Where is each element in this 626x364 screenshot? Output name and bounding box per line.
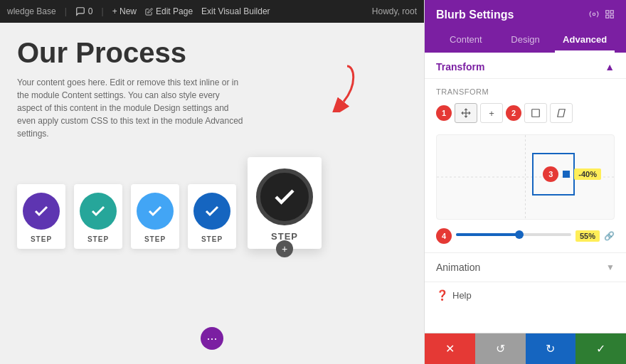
badge-3: 3 xyxy=(543,166,558,182)
tool-scale-button[interactable] xyxy=(524,103,547,123)
step-circle-2 xyxy=(80,193,117,230)
svg-point-1 xyxy=(593,13,595,16)
edit-page-label: Edit Page xyxy=(156,6,193,16)
save-button[interactable]: ✓ xyxy=(575,333,626,364)
step-label-2: STEP xyxy=(87,235,109,243)
edit-page-link[interactable]: Edit Page xyxy=(145,6,193,16)
svg-rect-3 xyxy=(610,10,613,13)
svg-rect-5 xyxy=(610,15,613,18)
comment-icon[interactable]: 0 xyxy=(75,6,93,16)
step-card-2[interactable]: STEP xyxy=(74,184,122,249)
help-label[interactable]: Help xyxy=(452,290,472,301)
brand-name: wledge Base xyxy=(7,6,56,16)
settings-title-row: Blurb Settings xyxy=(436,9,615,21)
action-bar: ✕ ↺ ↻ ✓ xyxy=(425,333,626,364)
bottom-add-button[interactable]: ··· xyxy=(201,327,223,350)
svg-rect-8 xyxy=(532,109,540,117)
badge-3-container: 3 -40% xyxy=(543,166,601,182)
comment-count: 0 xyxy=(88,6,93,16)
right-panel: Blurb Settings Content Design Advanced T… xyxy=(424,0,626,364)
badge-2: 2 xyxy=(506,105,521,121)
tool-move-button[interactable] xyxy=(455,103,477,123)
cancel-icon: ✕ xyxy=(445,342,455,355)
tool-skew-button[interactable] xyxy=(550,103,573,123)
redo-icon: ↻ xyxy=(546,342,555,355)
step-circle-1 xyxy=(23,193,60,230)
step-circle-4 xyxy=(193,193,230,230)
bottom-add-area: ··· xyxy=(201,327,223,350)
step-card-3[interactable]: STEP xyxy=(131,184,179,249)
slider-row-2 xyxy=(456,233,571,236)
cancel-button[interactable]: ✕ xyxy=(425,333,475,364)
step-label-3: STEP xyxy=(144,235,166,243)
save-icon: ✓ xyxy=(596,342,605,355)
featured-step-card[interactable]: STEP + xyxy=(248,157,322,249)
value-tooltip-1: -40% xyxy=(574,168,601,180)
steps-row: STEP STEP STEP STEP xyxy=(17,157,407,249)
badge-4-row: 4 55% 🔗 xyxy=(436,228,615,244)
animation-title: Animation xyxy=(436,262,480,273)
step-circle-3 xyxy=(137,193,174,230)
slider-fill-2 xyxy=(456,233,519,236)
help-icon: ❓ xyxy=(436,289,448,301)
page-content: Our Process Your content goes here. Edit… xyxy=(0,23,424,364)
svg-rect-2 xyxy=(606,10,609,13)
settings-grid-icon[interactable] xyxy=(605,9,615,21)
transform-canvas: 3 -40% xyxy=(436,134,615,220)
exit-visual-builder-link[interactable]: Exit Visual Builder xyxy=(201,6,270,16)
new-button[interactable]: + New xyxy=(112,6,137,16)
featured-add-button[interactable]: + xyxy=(276,240,293,257)
tool-add-button[interactable]: + xyxy=(480,103,503,123)
settings-body: Transform ▲ Transform 1 + 2 xyxy=(425,53,626,333)
settings-title: Blurb Settings xyxy=(436,9,514,21)
badge-4: 4 xyxy=(436,228,452,244)
transform-section-header: Transform ▲ xyxy=(425,53,626,79)
transform-label: Transform xyxy=(436,87,615,96)
step-label-1: STEP xyxy=(31,235,52,243)
left-panel: wledge Base | 0 | + New Edit Page Exit V… xyxy=(0,0,424,364)
settings-refresh-icon[interactable] xyxy=(589,9,599,21)
page-description: Your content goes here. Edit or remove t… xyxy=(17,76,245,140)
step-card-4[interactable]: STEP xyxy=(188,184,236,249)
howdy-text: Howdy, root xyxy=(372,6,417,16)
undo-button[interactable]: ↺ xyxy=(475,333,526,364)
tab-advanced[interactable]: Advanced xyxy=(555,28,615,53)
slider-dot-1[interactable] xyxy=(563,171,570,178)
tab-design[interactable]: Design xyxy=(496,28,556,53)
transform-collapse-button[interactable]: ▲ xyxy=(605,61,615,73)
slider-link-icon[interactable]: 🔗 xyxy=(604,231,615,241)
svg-rect-4 xyxy=(606,15,609,18)
transform-section-title: Transform xyxy=(436,61,484,73)
topbar: wledge Base | 0 | + New Edit Page Exit V… xyxy=(0,0,424,23)
undo-icon: ↺ xyxy=(496,342,505,355)
value-tooltip-2: 55% xyxy=(575,230,600,242)
step-card-1[interactable]: STEP xyxy=(17,184,65,249)
transform-section: Transform ▲ Transform 1 + 2 xyxy=(425,53,626,252)
header-icons xyxy=(589,9,615,21)
transform-section-content: Transform 1 + 2 xyxy=(425,79,626,252)
animation-expand-icon[interactable]: ▼ xyxy=(606,262,615,272)
animation-section-header[interactable]: Animation ▼ xyxy=(425,253,626,282)
transform-tools: 1 + 2 xyxy=(436,103,615,123)
help-row: ❓ Help xyxy=(425,282,626,308)
tab-content[interactable]: Content xyxy=(436,28,496,53)
animation-section: Animation ▼ xyxy=(425,252,626,282)
redo-button[interactable]: ↻ xyxy=(526,333,576,364)
svg-marker-9 xyxy=(558,109,566,117)
step-label-4: STEP xyxy=(201,235,223,243)
arrow-indicator xyxy=(326,63,361,115)
slider-thumb-2[interactable] xyxy=(515,230,524,239)
slider-track-2[interactable] xyxy=(456,233,571,236)
badge-1: 1 xyxy=(436,105,452,121)
settings-header: Blurb Settings Content Design Advanced xyxy=(425,0,626,53)
settings-tabs: Content Design Advanced xyxy=(436,28,615,53)
featured-step-circle xyxy=(256,168,313,225)
